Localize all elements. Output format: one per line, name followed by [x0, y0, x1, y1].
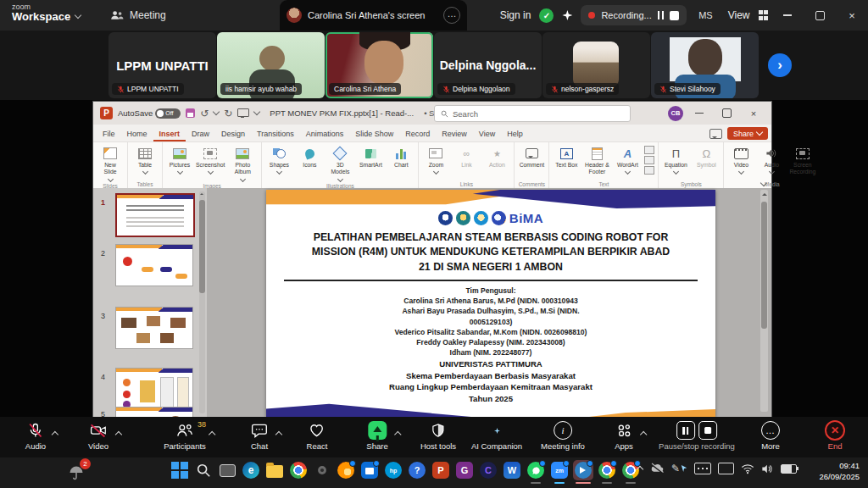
- view-button[interactable]: View: [728, 9, 750, 21]
- shapes-button[interactable]: Shapes: [264, 144, 294, 175]
- ppt-search-box[interactable]: Search: [434, 105, 631, 122]
- screen-recording-button[interactable]: Screen Recording: [787, 144, 818, 177]
- tab-review[interactable]: Review: [436, 127, 473, 141]
- video-button[interactable]: Video: [726, 144, 756, 175]
- screenshot-button[interactable]: Screenshot: [195, 144, 225, 175]
- participants-options-chevron-icon[interactable]: [209, 431, 215, 438]
- date-time-icon[interactable]: [644, 146, 654, 154]
- participant-tile-stevi[interactable]: Stevi Silahooy: [651, 32, 759, 98]
- settings-pin-icon[interactable]: [312, 460, 332, 480]
- tab-draw[interactable]: Draw: [186, 127, 215, 141]
- pause-recording-icon[interactable]: [676, 421, 695, 440]
- tab-file[interactable]: File: [97, 127, 121, 141]
- tab-home[interactable]: Home: [121, 127, 153, 141]
- ppt-restore-button[interactable]: [715, 102, 737, 125]
- chevron-down-icon[interactable]: [75, 12, 81, 19]
- active-shared-app-icon[interactable]: [573, 460, 593, 480]
- slide-1-title-slide[interactable]: BiMA PELATIHAN PEMBELAJARAN STEAM BERBAS…: [266, 190, 715, 417]
- equation-button[interactable]: ΠEquation: [660, 144, 691, 175]
- ppt-close-button[interactable]: ×: [743, 102, 765, 125]
- slide-number-icon[interactable]: [644, 156, 654, 164]
- zoom-button[interactable]: Zoom: [420, 144, 451, 175]
- tab-slide-show[interactable]: Slide Show: [349, 127, 399, 141]
- audio-options-chevron-icon[interactable]: [52, 431, 58, 438]
- zoom-app-icon[interactable]: zm: [549, 460, 570, 480]
- zoom-workspace-logo[interactable]: zoom Workspace: [12, 3, 81, 22]
- slide-thumbnail-3[interactable]: [115, 307, 193, 349]
- photo-album-button[interactable]: Photo Album: [225, 144, 259, 182]
- tab-shared-screen[interactable]: Carolina Sri Athena's screen …: [280, 0, 467, 30]
- autosave-switch[interactable]: Off: [155, 108, 181, 119]
- ai-companion-button[interactable]: AI Companion: [471, 421, 522, 451]
- apps-button[interactable]: Apps: [615, 421, 633, 451]
- onedrive-paused-icon[interactable]: [649, 463, 665, 474]
- participant-tile-iis[interactable]: iis hamsir ayub wahab: [217, 32, 325, 98]
- ms-indicator[interactable]: MS: [698, 10, 713, 20]
- participant-tile-delpina[interactable]: Delpina Nggola... Delpina Nggolaon: [434, 32, 542, 98]
- autosave-toggle[interactable]: AutoSave Off: [118, 108, 181, 119]
- 3d-models-button[interactable]: 3D Models: [325, 144, 355, 182]
- header-footer-button[interactable]: Header & Footer: [581, 144, 612, 177]
- clock[interactable]: 09:41 26/09/2025: [819, 460, 860, 483]
- participant-tile-carolina-active-speaker[interactable]: Carolina Sri Athena: [326, 32, 433, 98]
- end-meeting-button[interactable]: ✕ End: [825, 421, 845, 451]
- wifi-icon[interactable]: [741, 463, 754, 474]
- scroll-up-icon[interactable]: [200, 191, 203, 195]
- pictures-button[interactable]: Pictures: [164, 144, 195, 175]
- scroll-up-icon[interactable]: [762, 191, 767, 196]
- notification-app-umbrella-icon[interactable]: 2: [66, 463, 86, 483]
- slide-thumbnail-1-selected[interactable]: [115, 193, 195, 237]
- powerpoint-icon[interactable]: P: [431, 460, 451, 480]
- maximize-button[interactable]: [804, 0, 836, 30]
- more-button[interactable]: … More: [761, 421, 780, 451]
- tab-options-ellipsis-icon[interactable]: …: [443, 7, 460, 24]
- chat-options-chevron-icon[interactable]: [275, 431, 282, 438]
- whatsapp-icon[interactable]: [526, 460, 546, 480]
- stop-recording-icon[interactable]: [698, 421, 717, 440]
- tab-transitions[interactable]: Transitions: [251, 127, 300, 141]
- start-slideshow-icon[interactable]: [237, 108, 249, 117]
- stop-recording-icon[interactable]: [670, 11, 679, 20]
- minimize-button[interactable]: [771, 0, 804, 30]
- battery-icon[interactable]: [781, 464, 797, 474]
- smartart-button[interactable]: SmartArt: [355, 144, 386, 169]
- react-button[interactable]: React: [307, 421, 328, 451]
- share-options-chevron-icon[interactable]: [394, 431, 401, 438]
- audio-button[interactable]: Audio: [756, 144, 787, 175]
- ppt-minimize-button[interactable]: [688, 102, 710, 125]
- slide-thumbnail-2[interactable]: [115, 244, 193, 286]
- text-box-button[interactable]: AText Box: [551, 144, 581, 169]
- firefox-icon[interactable]: [336, 460, 356, 480]
- video-button[interactable]: Video: [88, 421, 108, 451]
- share-screen-button[interactable]: Share: [366, 421, 387, 451]
- touchpad-icon[interactable]: [718, 463, 734, 474]
- new-slide-button[interactable]: New Slide: [95, 144, 125, 182]
- tab-animations[interactable]: Animations: [300, 127, 350, 141]
- powerpoint-logo-icon[interactable]: P: [100, 107, 113, 119]
- get-help-icon[interactable]: ?: [407, 460, 427, 480]
- hp-icon[interactable]: hp: [383, 460, 403, 480]
- comment-button[interactable]: Comment: [516, 144, 547, 169]
- participant-tile-nelson[interactable]: nelson-gaspersz: [542, 32, 650, 98]
- ppt-share-button[interactable]: Share: [727, 127, 768, 140]
- security-shield-icon[interactable]: ✓: [539, 8, 554, 23]
- word-icon[interactable]: W: [502, 460, 522, 480]
- chrome-profile-1-icon[interactable]: [597, 460, 617, 480]
- microsoft-store-icon[interactable]: [359, 460, 380, 480]
- tab-view[interactable]: View: [473, 127, 501, 141]
- tab-meeting[interactable]: Meeting: [110, 0, 166, 30]
- task-view-icon[interactable]: [217, 460, 237, 480]
- participant-tile-lppm[interactable]: LPPM UNPATTI LPPM UNPATTI: [108, 32, 216, 98]
- chart-button[interactable]: Chart: [386, 144, 416, 169]
- chat-button[interactable]: Chat: [251, 421, 268, 451]
- wordart-button[interactable]: AWordArt: [612, 144, 643, 175]
- icons-button[interactable]: Icons: [294, 144, 325, 169]
- host-tools-button[interactable]: Host tools: [420, 421, 456, 451]
- account-avatar[interactable]: CB: [668, 106, 683, 121]
- pause-recording-icon[interactable]: [658, 11, 665, 19]
- g-app-icon[interactable]: G: [454, 460, 475, 480]
- slide-thumbnail-4[interactable]: [115, 368, 193, 410]
- save-icon[interactable]: [186, 108, 195, 118]
- speaker-icon[interactable]: [761, 463, 774, 474]
- object-icon[interactable]: [644, 166, 654, 175]
